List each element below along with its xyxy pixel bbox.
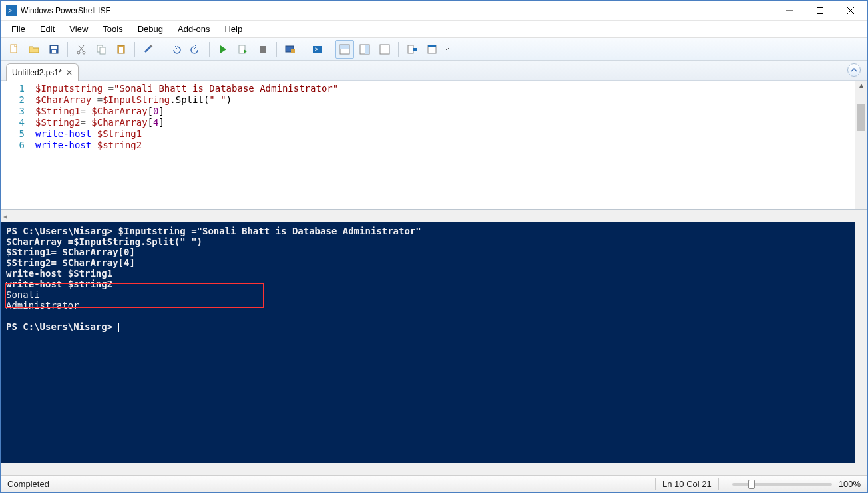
copy-icon[interactable]: [92, 40, 110, 59]
run-icon[interactable]: [214, 40, 232, 59]
show-script-pane-max-icon[interactable]: [375, 40, 394, 59]
run-selection-icon[interactable]: [234, 40, 252, 59]
console-output[interactable]: PS C:\Users\Nisarg> $Inputstring ="Sonal…: [1, 222, 867, 463]
svg-rect-15: [119, 47, 123, 53]
svg-rect-23: [340, 45, 349, 49]
titlebar: ≥ Windows PowerShell ISE: [1, 1, 867, 21]
redo-icon[interactable]: [186, 40, 205, 59]
tab-close-icon[interactable]: ✕: [66, 68, 73, 77]
svg-rect-3: [817, 7, 823, 13]
svg-rect-25: [365, 45, 369, 54]
svg-rect-26: [380, 45, 389, 54]
tab-label: Untitled2.ps1*: [12, 68, 62, 77]
svg-rect-27: [408, 45, 413, 53]
svg-text:≥: ≥: [8, 7, 12, 15]
cursor-position: Ln 10 Col 21: [662, 479, 712, 489]
svg-rect-9: [52, 50, 56, 53]
show-command-addon-icon[interactable]: [403, 40, 421, 59]
svg-rect-28: [413, 48, 417, 51]
collapse-script-pane-button[interactable]: [847, 63, 861, 77]
status-text: Completed: [7, 479, 49, 489]
tabs-bar: Untitled2.ps1* ✕: [1, 61, 867, 81]
svg-rect-17: [260, 46, 266, 53]
minimize-button[interactable]: [774, 1, 805, 21]
show-script-pane-top-icon[interactable]: [335, 40, 354, 59]
zoom-slider[interactable]: [732, 483, 832, 486]
toolbar-overflow-icon[interactable]: [443, 40, 451, 59]
toolbar: ≥: [1, 38, 867, 61]
svg-rect-13: [100, 47, 105, 54]
svg-rect-6: [11, 45, 17, 53]
menubar: File Edit View Tools Debug Add-ons Help: [1, 21, 867, 38]
maximize-button[interactable]: [805, 1, 835, 21]
paste-icon[interactable]: [112, 40, 130, 59]
show-command-window-icon[interactable]: [423, 40, 441, 59]
editor-tab[interactable]: Untitled2.ps1* ✕: [6, 63, 79, 81]
menu-addons[interactable]: Add-ons: [171, 21, 216, 37]
open-folder-icon[interactable]: [25, 40, 43, 59]
close-button[interactable]: [835, 1, 866, 21]
editor-vertical-scrollbar[interactable]: ▴: [855, 81, 867, 209]
editor-area: 1 2 3 4 5 6 $Inputstring ="Sonali Bhatt …: [1, 81, 867, 210]
menu-view[interactable]: View: [63, 21, 95, 37]
clear-console-icon[interactable]: [139, 40, 158, 59]
show-script-pane-right-icon[interactable]: [355, 40, 374, 59]
cut-icon[interactable]: [72, 40, 91, 59]
svg-rect-30: [428, 45, 436, 47]
svg-rect-8: [51, 46, 57, 49]
svg-rect-19: [291, 49, 295, 53]
menu-help[interactable]: Help: [218, 21, 249, 37]
console-vertical-scrollbar[interactable]: [855, 222, 867, 463]
svg-text:≥: ≥: [315, 46, 318, 53]
menu-file[interactable]: File: [5, 21, 32, 37]
menu-tools[interactable]: Tools: [96, 21, 129, 37]
undo-icon[interactable]: [166, 40, 185, 59]
menu-edit[interactable]: Edit: [33, 21, 61, 37]
editor-horizontal-scrollbar[interactable]: ◂: [1, 210, 867, 222]
console-horizontal-scrollbar[interactable]: [1, 463, 867, 475]
menu-debug[interactable]: Debug: [131, 21, 170, 37]
save-icon[interactable]: [45, 40, 63, 59]
app-icon: ≥: [6, 5, 17, 16]
code-editor[interactable]: $Inputstring ="Sonali Bhatt is Database …: [29, 81, 855, 209]
remote-icon[interactable]: [281, 40, 300, 59]
statusbar: Completed Ln 10 Col 21 100%: [1, 475, 867, 492]
line-number-gutter: 1 2 3 4 5 6: [1, 81, 29, 209]
new-file-icon[interactable]: [5, 40, 23, 59]
zoom-level: 100%: [839, 479, 861, 489]
console-pane: PS C:\Users\Nisarg> $Inputstring ="Sonal…: [1, 222, 867, 475]
powershell-tab-icon[interactable]: ≥: [308, 40, 327, 59]
window-title: Windows PowerShell ISE: [21, 6, 110, 15]
stop-icon[interactable]: [254, 40, 272, 59]
